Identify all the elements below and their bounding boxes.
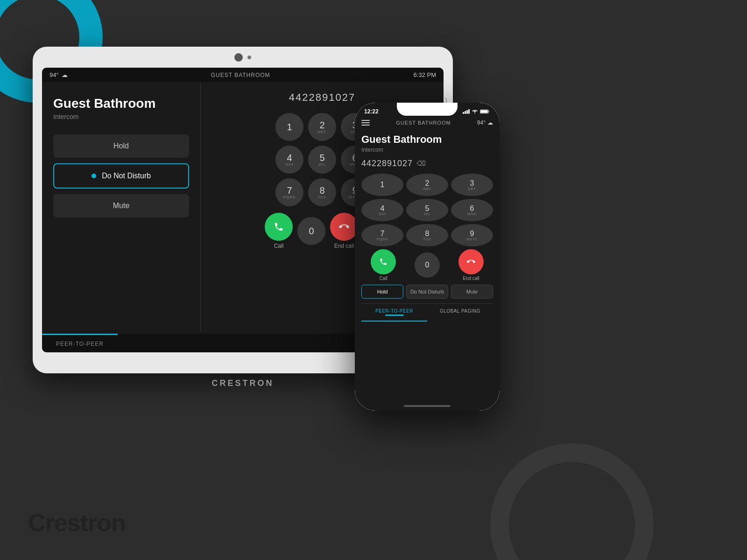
phone-room-name: Guest Bathroom bbox=[361, 133, 493, 146]
phone-dnd-button[interactable]: Do Not Disturb bbox=[406, 285, 448, 299]
dial-key-0[interactable]: 0 bbox=[297, 217, 325, 245]
phone-tabs: PEER-TO-PEER GLOBAL PAGING bbox=[361, 303, 493, 322]
do-not-disturb-button[interactable]: Do Not Disturb bbox=[53, 163, 189, 189]
phone-dial-key-6[interactable]: 6MNO bbox=[451, 199, 493, 221]
phone-screen: 12:22 bbox=[355, 103, 500, 411]
phone-backspace-button[interactable]: ⌫ bbox=[416, 158, 427, 169]
svg-rect-2 bbox=[480, 110, 488, 113]
dial-key-2[interactable]: 2ABC bbox=[308, 113, 336, 141]
dial-key-5[interactable]: 5JKL bbox=[308, 146, 336, 174]
signal-bar-1 bbox=[463, 112, 464, 114]
phone-dialed-number-row: 4422891027 ⌫ bbox=[361, 158, 493, 169]
phone-device: 12:22 bbox=[355, 103, 500, 411]
hold-button[interactable]: Hold bbox=[53, 134, 189, 158]
tab-active-indicator bbox=[385, 315, 404, 316]
signal-bar-2 bbox=[465, 111, 466, 114]
phone-mute-button[interactable]: Mute bbox=[451, 285, 493, 299]
hamburger-menu[interactable] bbox=[361, 120, 370, 126]
tablet-left-panel: Guest Bathroom Intercom Hold Do Not Dist… bbox=[42, 82, 201, 331]
global-paging-tab-label: GLOBAL PAGING bbox=[440, 308, 480, 314]
phone-nav-right: 94° ☁ bbox=[477, 119, 493, 126]
tablet-status-bar: 94° ☁ GUEST BATHROOM 6:32 PM bbox=[42, 68, 444, 82]
end-call-button[interactable] bbox=[330, 213, 358, 241]
phone-status-icons bbox=[463, 109, 490, 114]
peer-to-peer-tab[interactable]: PEER-TO-PEER bbox=[42, 334, 118, 352]
dial-key-8[interactable]: 8TUV bbox=[308, 178, 336, 206]
decorative-circle-gray bbox=[490, 443, 654, 560]
call-btn-wrapper: Call bbox=[265, 213, 293, 249]
tablet-temperature: 94° bbox=[49, 71, 59, 78]
dnd-dot bbox=[92, 174, 96, 178]
phone-end-call-label: End call bbox=[463, 276, 479, 281]
phone-number-display: 4422891027 bbox=[361, 159, 413, 168]
phone-hold-button[interactable]: Hold bbox=[361, 285, 403, 299]
mute-button[interactable]: Mute bbox=[53, 194, 189, 217]
phone-time: 12:22 bbox=[364, 108, 379, 115]
phone-dial-key-8[interactable]: 8TUV bbox=[406, 224, 448, 246]
phone-end-call-wrapper: End call bbox=[458, 249, 484, 281]
end-call-btn-wrapper: End call bbox=[330, 213, 358, 249]
phone-dial-key-9[interactable]: 9WXYZ bbox=[451, 224, 493, 246]
tablet-brand: CRESTRON bbox=[211, 378, 274, 388]
call-label: Call bbox=[274, 243, 284, 249]
phone-dialpad: 1 2ABC 3DEF 4GHI 5JKL 6MNO 7PQRS 8TUV 9W… bbox=[361, 174, 493, 246]
phone-intercom-label: Intercom bbox=[361, 147, 493, 153]
end-call-label: End call bbox=[334, 243, 354, 249]
signal-bar-3 bbox=[466, 110, 468, 114]
phone-home-indicator bbox=[404, 405, 451, 407]
phone-dial-key-3[interactable]: 3DEF bbox=[451, 174, 493, 196]
peer-to-peer-tab-label: PEER-TO-PEER bbox=[375, 308, 413, 314]
dial-key-7[interactable]: 7PQRS bbox=[275, 178, 303, 206]
signal-bar-4 bbox=[468, 109, 470, 114]
weather-icon: ☁ bbox=[62, 71, 68, 78]
tablet-location: GUEST BATHROOM bbox=[211, 72, 270, 78]
tablet-dialed-number: 4422891027 bbox=[289, 91, 355, 104]
phone-action-buttons: Hold Do Not Disturb Mute bbox=[361, 285, 493, 299]
battery-icon bbox=[480, 109, 490, 114]
tablet-status-left: 94° ☁ bbox=[49, 71, 68, 78]
signal-bars bbox=[463, 109, 470, 114]
phone-weather-icon: ☁ bbox=[487, 119, 493, 126]
tablet-sensor bbox=[247, 56, 251, 59]
tablet-time: 6:32 PM bbox=[414, 71, 436, 78]
dial-key-4[interactable]: 4GHI bbox=[275, 146, 303, 174]
wifi-icon bbox=[472, 109, 478, 114]
phone-tab-global-paging[interactable]: GLOBAL PAGING bbox=[427, 304, 493, 322]
call-button[interactable] bbox=[265, 213, 293, 241]
phone-tab-peer-to-peer[interactable]: PEER-TO-PEER bbox=[361, 304, 427, 322]
phone-dial-key-0[interactable]: 0 bbox=[415, 252, 440, 278]
phone-content: Guest Bathroom Intercom 4422891027 ⌫ 1 2… bbox=[355, 129, 500, 326]
dnd-label: Do Not Disturb bbox=[102, 172, 151, 180]
phone-dial-key-1[interactable]: 1 bbox=[361, 174, 403, 196]
tablet-intercom-label: Intercom bbox=[53, 113, 189, 120]
phone-call-wrapper: Call bbox=[371, 249, 396, 281]
phone-notch bbox=[397, 103, 458, 116]
phone-dial-key-7[interactable]: 7PQRS bbox=[361, 224, 403, 246]
phone-dial-key-2[interactable]: 2ABC bbox=[406, 174, 448, 196]
phone-nav-bar: GUEST BATHROOM 94° ☁ bbox=[355, 117, 500, 129]
phone-dial-bottom: Call 0 End call bbox=[361, 249, 493, 281]
phone-call-label: Call bbox=[379, 276, 387, 281]
dial-key-1[interactable]: 1 bbox=[275, 113, 303, 141]
phone-dial-key-5[interactable]: 5JKL bbox=[406, 199, 448, 221]
phone-end-call-button[interactable] bbox=[458, 249, 484, 274]
phone-dial-key-4[interactable]: 4GHI bbox=[361, 199, 403, 221]
crestron-brand: Crestron bbox=[28, 509, 126, 537]
tablet-camera bbox=[234, 53, 243, 62]
tablet-room-name: Guest Bathroom bbox=[53, 96, 189, 111]
tablet-camera-bar bbox=[234, 53, 251, 62]
phone-temperature: 94° bbox=[477, 119, 486, 126]
phone-call-button[interactable] bbox=[371, 249, 396, 274]
phone-nav-title: GUEST BATHROOM bbox=[396, 120, 451, 126]
